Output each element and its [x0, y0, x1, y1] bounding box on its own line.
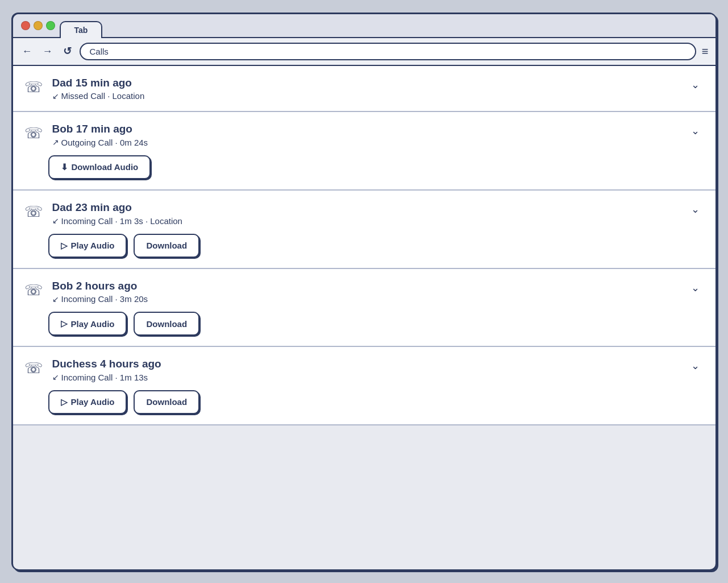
- call-type-2: Outgoing Call · 0m 24s: [61, 138, 148, 147]
- menu-icon[interactable]: ≡: [702, 45, 709, 58]
- call-subtitle-2: ↗Outgoing Call · 0m 24s: [52, 138, 677, 147]
- minimize-button[interactable]: [34, 21, 43, 30]
- call-info-1: Dad 15 min ago↙Missed Call · Location: [52, 76, 677, 101]
- download-btn-3[interactable]: Download: [134, 234, 199, 258]
- call-subtitle-4: ↙Incoming Call · 3m 20s: [52, 294, 677, 304]
- close-button[interactable]: [21, 21, 30, 30]
- phone-icon: ☏: [24, 282, 43, 299]
- chevron-button-1[interactable]: ⌄: [687, 76, 704, 93]
- call-header-1: ☏Dad 15 min ago↙Missed Call · Location⌄: [24, 76, 704, 101]
- call-header-3: ☏Dad 23 min ago↙Incoming Call · 1m 3s · …: [24, 201, 704, 226]
- call-info-5: Duchess 4 hours ago↙Incoming Call · 1m 1…: [52, 357, 677, 382]
- call-subtitle-5: ↙Incoming Call · 1m 13s: [52, 373, 677, 382]
- call-item-2: ☏Bob 17 min ago↗Outgoing Call · 0m 24s⌄⬇…: [13, 112, 715, 191]
- phone-icon: ☏: [24, 359, 43, 377]
- play-audio-btn-3[interactable]: ▷Play Audio: [48, 234, 127, 258]
- incoming-arrow: ↙: [52, 295, 59, 304]
- call-actions-5: ▷Play AudioDownload: [48, 390, 704, 414]
- call-header-4: ☏Bob 2 hours ago↙Incoming Call · 3m 20s⌄: [24, 279, 704, 304]
- play-icon: ▷: [61, 241, 68, 251]
- call-info-2: Bob 17 min ago↗Outgoing Call · 0m 24s: [52, 122, 677, 147]
- download-btn-4[interactable]: Download: [134, 312, 199, 336]
- call-title-4: Bob 2 hours ago: [52, 279, 677, 293]
- outgoing-arrow: ↗: [52, 138, 59, 147]
- play-audio-btn-5-label: Play Audio: [71, 397, 115, 407]
- call-type-3: Incoming Call · 1m 3s · Location: [61, 216, 182, 226]
- chevron-button-4[interactable]: ⌄: [687, 279, 704, 296]
- phone-icon: ☏: [24, 78, 43, 96]
- incoming-arrow: ↙: [52, 373, 59, 382]
- back-button[interactable]: ←: [20, 46, 35, 57]
- play-icon: ▷: [61, 397, 68, 407]
- download-btn-4-label: Download: [146, 319, 187, 329]
- call-title-5: Duchess 4 hours ago: [52, 357, 677, 371]
- chevron-button-2[interactable]: ⌄: [687, 122, 704, 139]
- call-type-1: Missed Call · Location: [61, 91, 145, 101]
- download-audio-btn-label: Download Audio: [72, 162, 139, 172]
- play-audio-btn-3-label: Play Audio: [71, 241, 115, 250]
- play-icon: ▷: [61, 319, 68, 329]
- call-actions-4: ▷Play AudioDownload: [48, 312, 704, 336]
- call-item-4: ☏Bob 2 hours ago↙Incoming Call · 3m 20s⌄…: [13, 269, 715, 348]
- call-subtitle-3: ↙Incoming Call · 1m 3s · Location: [52, 216, 677, 226]
- download-audio-btn[interactable]: ⬇Download Audio: [48, 155, 151, 179]
- call-header-2: ☏Bob 17 min ago↗Outgoing Call · 0m 24s⌄: [24, 122, 704, 147]
- download-btn-5[interactable]: Download: [134, 390, 199, 414]
- address-input[interactable]: [80, 43, 696, 60]
- chevron-button-3[interactable]: ⌄: [687, 201, 704, 218]
- chevron-button-5[interactable]: ⌄: [687, 357, 704, 374]
- refresh-button[interactable]: ↺: [61, 45, 74, 57]
- phone-icon: ☏: [24, 125, 43, 142]
- call-actions-2: ⬇Download Audio: [48, 155, 704, 179]
- call-title-2: Bob 17 min ago: [52, 122, 677, 137]
- play-audio-btn-4-label: Play Audio: [71, 319, 115, 329]
- call-title-1: Dad 15 min ago: [52, 76, 677, 90]
- call-header-5: ☏Duchess 4 hours ago↙Incoming Call · 1m …: [24, 357, 704, 382]
- incoming-arrow: ↙: [52, 92, 59, 101]
- play-audio-btn-5[interactable]: ▷Play Audio: [48, 390, 127, 414]
- call-item-3: ☏Dad 23 min ago↙Incoming Call · 1m 3s · …: [13, 191, 715, 269]
- call-item-5: ☏Duchess 4 hours ago↙Incoming Call · 1m …: [13, 347, 715, 425]
- address-bar-row: ← → ↺ ≡: [13, 38, 715, 66]
- call-type-5: Incoming Call · 1m 13s: [61, 373, 148, 382]
- tab-label: Tab: [74, 26, 88, 35]
- browser-window: Tab ← → ↺ ≡ ☏Dad 15 min ago↙Missed Call …: [12, 13, 717, 570]
- call-subtitle-1: ↙Missed Call · Location: [52, 91, 677, 101]
- forward-button[interactable]: →: [40, 46, 55, 57]
- play-audio-btn-4[interactable]: ▷Play Audio: [48, 312, 127, 336]
- call-type-4: Incoming Call · 3m 20s: [61, 294, 148, 304]
- call-actions-3: ▷Play AudioDownload: [48, 234, 704, 258]
- title-bar: Tab: [13, 14, 715, 38]
- call-title-3: Dad 23 min ago: [52, 201, 677, 215]
- incoming-arrow: ↙: [52, 216, 59, 225]
- calls-list: ☏Dad 15 min ago↙Missed Call · Location⌄☏…: [13, 66, 715, 425]
- call-info-4: Bob 2 hours ago↙Incoming Call · 3m 20s: [52, 279, 677, 304]
- browser-tab[interactable]: Tab: [60, 21, 103, 38]
- call-info-3: Dad 23 min ago↙Incoming Call · 1m 3s · L…: [52, 201, 677, 226]
- download-btn-5-label: Download: [146, 397, 187, 407]
- download-btn-3-label: Download: [146, 241, 187, 250]
- maximize-button[interactable]: [46, 21, 55, 30]
- phone-icon: ☏: [24, 203, 43, 221]
- download-icon: ⬇: [61, 162, 68, 172]
- traffic-lights: [21, 21, 55, 37]
- call-item-1: ☏Dad 15 min ago↙Missed Call · Location⌄: [13, 66, 715, 113]
